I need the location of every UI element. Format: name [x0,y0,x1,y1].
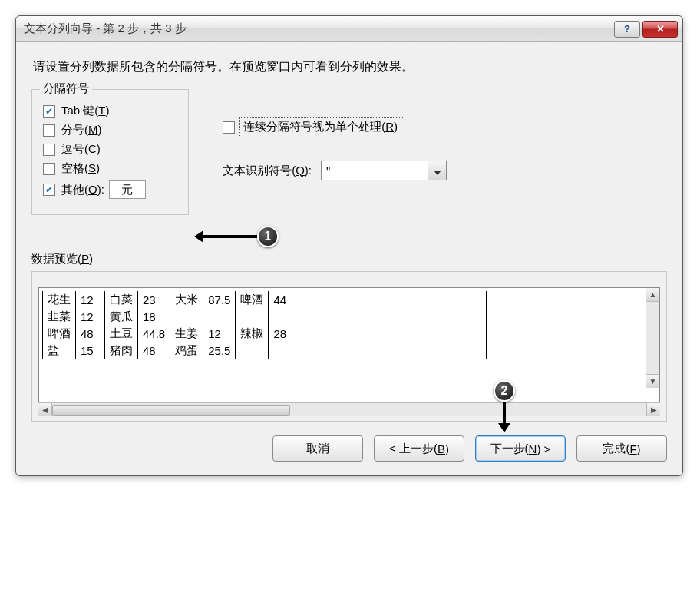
preview-box: 花生12白菜23大米87.5啤酒44韭菜12黄瓜18啤酒48土豆44.8生姜12… [38,287,660,402]
table-cell: 大米 [170,291,203,308]
table-row: 花生12白菜23大米87.5啤酒44 [43,291,487,308]
wizard-window: 文本分列向导 - 第 2 步，共 3 步 ? ✕ 请设置分列数据所包含的分隔符号… [15,15,683,476]
table-cell: 韭菜 [43,308,76,325]
delim-space-row: 空格(S) [43,161,179,176]
tab-label: Tab 键(T) [61,104,110,118]
table-cell: 44 [269,291,487,308]
scroll-left-button[interactable]: ◀ [38,403,52,416]
table-cell: 44.8 [138,325,170,342]
next-button[interactable]: 下一步(N) > [475,435,566,462]
table-cell [170,308,203,325]
other-label: 其他(O): [61,183,104,197]
table-cell: 48 [138,342,170,359]
comma-checkbox[interactable] [43,144,55,156]
preview-legend: 数据预览(P) [31,252,667,267]
table-cell: 猪肉 [105,342,138,359]
other-delimiter-input[interactable] [109,180,146,199]
table-cell: 花生 [43,291,76,308]
chevron-down-icon [434,164,441,177]
scroll-down-button[interactable]: ▼ [646,374,659,388]
comma-label: 逗号(C) [61,142,101,157]
table-cell [236,342,269,359]
chevron-down-icon: ▼ [649,378,657,386]
table-cell: 盐 [43,342,76,359]
consecutive-label: 连续分隔符号视为单个处理(R) [243,120,398,134]
table-cell [236,308,269,325]
table-cell [269,308,487,325]
help-button[interactable]: ? [614,21,640,38]
table-row: 韭菜12黄瓜18 [43,308,487,325]
scroll-right-button[interactable]: ▶ [646,403,660,416]
button-row: 取消 < 上一步(B) 下一步(N) > 完成(F) 2 [31,435,667,462]
dialog-body: 请设置分列数据所包含的分隔符号。在预览窗口内可看到分列的效果。 分隔符号 Tab… [16,42,682,475]
svg-marker-0 [434,171,441,175]
other-checkbox[interactable] [43,184,55,196]
titlebar-buttons: ? ✕ [614,21,678,38]
table-cell: 辣椒 [236,325,269,342]
window-title: 文本分列向导 - 第 2 步，共 3 步 [24,22,614,36]
horizontal-scrollbar[interactable]: ◀ ▶ [38,402,660,416]
table-cell: 生姜 [170,325,203,342]
consecutive-label-box: 连续分隔符号视为单个处理(R) [239,117,404,137]
preview-frame: 花生12白菜23大米87.5啤酒44韭菜12黄瓜18啤酒48土豆44.8生姜12… [31,271,667,422]
table-cell: 12 [203,325,236,342]
table-cell: 28 [269,325,487,342]
consecutive-row: 连续分隔符号视为单个处理(R) [223,117,447,137]
table-cell: 12 [76,291,105,308]
instruction-text: 请设置分列数据所包含的分隔符号。在预览窗口内可看到分列的效果。 [33,59,667,75]
table-cell: 鸡蛋 [170,342,203,359]
delim-semicolon-row: 分号(M) [43,123,179,137]
close-button[interactable]: ✕ [642,21,678,38]
scroll-thumb[interactable] [52,405,290,416]
vertical-scrollbar[interactable]: ▲ ▼ [646,288,659,388]
chevron-up-icon: ▲ [649,291,657,299]
table-cell: 土豆 [105,325,138,342]
back-button[interactable]: < 上一步(B) [374,435,464,462]
table-cell: 白菜 [105,291,138,308]
table-cell: 15 [76,342,105,359]
delimiter-options: 连续分隔符号视为单个处理(R) 文本识别符号(Q): [223,117,447,180]
semicolon-label: 分号(M) [61,123,102,137]
table-cell [203,308,236,325]
space-label: 空格(S) [61,161,100,176]
table-cell: 25.5 [203,342,236,359]
space-checkbox[interactable] [43,163,55,175]
qualifier-label: 文本识别符号(Q): [223,164,312,178]
table-cell: 48 [76,325,105,342]
consecutive-checkbox[interactable] [223,121,235,134]
table-cell: 18 [138,308,170,325]
titlebar: 文本分列向导 - 第 2 步，共 3 步 ? ✕ [16,16,682,42]
table-cell: 23 [138,291,170,308]
table-cell: 啤酒 [43,325,76,342]
qualifier-row: 文本识别符号(Q): [223,161,447,180]
chevron-left-icon: ◀ [42,406,48,414]
callout-2-arrow [503,402,506,431]
preview-grid-wrap: 花生12白菜23大米87.5啤酒44韭菜12黄瓜18啤酒48土豆44.8生姜12… [39,288,659,359]
qualifier-input[interactable] [321,161,428,180]
qualifier-combo [321,161,447,180]
finish-button[interactable]: 完成(F) [576,435,667,462]
delimiters-group: 分隔符号 Tab 键(T) 分号(M) 逗号(C) 空格(S) [31,89,189,215]
chevron-right-icon: ▶ [651,406,657,414]
delim-other-row: 其他(O): [43,180,179,199]
preview-grid: 花生12白菜23大米87.5啤酒44韭菜12黄瓜18啤酒48土豆44.8生姜12… [42,291,487,359]
table-cell: 12 [76,308,105,325]
table-row: 啤酒48土豆44.8生姜12辣椒28 [43,325,487,342]
callout-1-bubble: 1 [257,226,279,247]
table-cell: 黄瓜 [105,308,138,325]
semicolon-checkbox[interactable] [43,124,55,137]
callout-1-arrow [196,235,257,238]
delim-tab-row: Tab 键(T) [43,104,179,118]
delim-comma-row: 逗号(C) [43,142,179,157]
cancel-button[interactable]: 取消 [272,435,363,462]
qualifier-dropdown-button[interactable] [428,161,447,180]
table-cell: 87.5 [203,291,236,308]
table-cell: 啤酒 [236,291,269,308]
table-row: 盐15猪肉48鸡蛋25.5 [43,342,487,359]
preview-section: 数据预览(P) 花生12白菜23大米87.5啤酒44韭菜12黄瓜18啤酒48土豆… [31,252,667,422]
delimiters-legend: 分隔符号 [40,81,92,96]
scroll-up-button[interactable]: ▲ [646,288,659,302]
table-cell [269,342,487,359]
callout-2-bubble: 2 [494,380,515,402]
tab-checkbox[interactable] [43,105,55,118]
